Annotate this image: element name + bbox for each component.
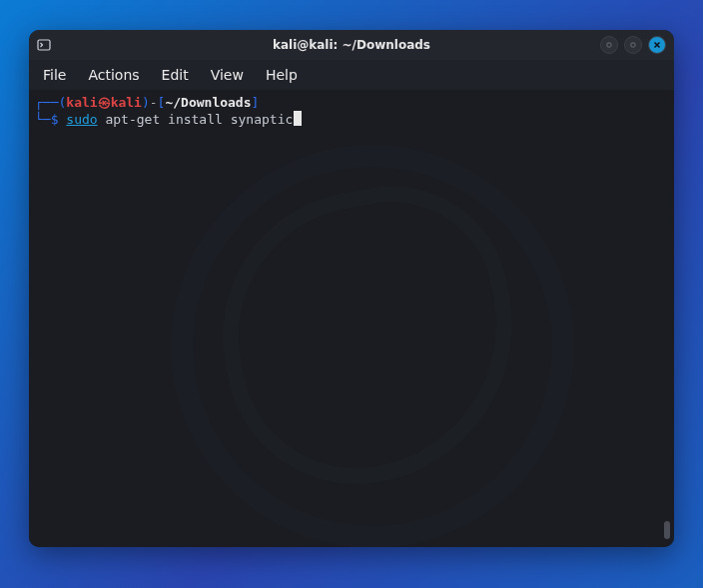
svg-rect-0 [38,40,50,50]
prompt-dash: - [150,95,158,110]
menubar: File Actions Edit View Help [29,60,674,90]
cmd-rest: apt-get install synaptic [98,112,294,127]
maximize-button[interactable] [624,36,642,54]
prompt-close-paren: ) [142,95,150,110]
prompt-line-1: ┌──(kali㉿kali)-[~/Downloads] [35,94,668,111]
terminal-app-icon [37,38,51,52]
titlebar[interactable]: kali@kali: ~/Downloads [29,30,674,60]
cursor-block-icon [294,111,302,126]
prompt-close-bracket: ] [252,95,260,110]
scrollbar-thumb[interactable] [664,521,670,539]
window-controls [600,36,666,54]
prompt-symbol: $ [51,112,59,127]
svg-point-1 [607,43,611,47]
svg-point-2 [631,43,635,47]
prompt-line-2: └─$ sudo apt-get install synaptic [35,111,668,128]
prompt-user: kali [66,95,97,110]
terminal-viewport[interactable]: ┌──(kali㉿kali)-[~/Downloads] └─$ sudo ap… [29,90,674,547]
minimize-button[interactable] [600,36,618,54]
menu-help[interactable]: Help [256,64,308,86]
prompt-host: kali [111,95,142,110]
menu-edit[interactable]: Edit [152,64,199,86]
menu-actions[interactable]: Actions [78,64,149,86]
menu-file[interactable]: File [33,64,76,86]
prompt-cwd: ~/Downloads [165,95,251,110]
terminal-window: kali@kali: ~/Downloads File Actions Edit… [29,30,674,547]
prompt-corner-bot: └─ [35,112,51,127]
prompt-at-icon: ㉿ [98,95,111,110]
cmd-sudo: sudo [66,112,97,127]
window-title: kali@kali: ~/Downloads [29,38,674,52]
close-button[interactable] [648,36,666,54]
menu-view[interactable]: View [201,64,254,86]
prompt-corner-top: ┌── [35,95,58,110]
